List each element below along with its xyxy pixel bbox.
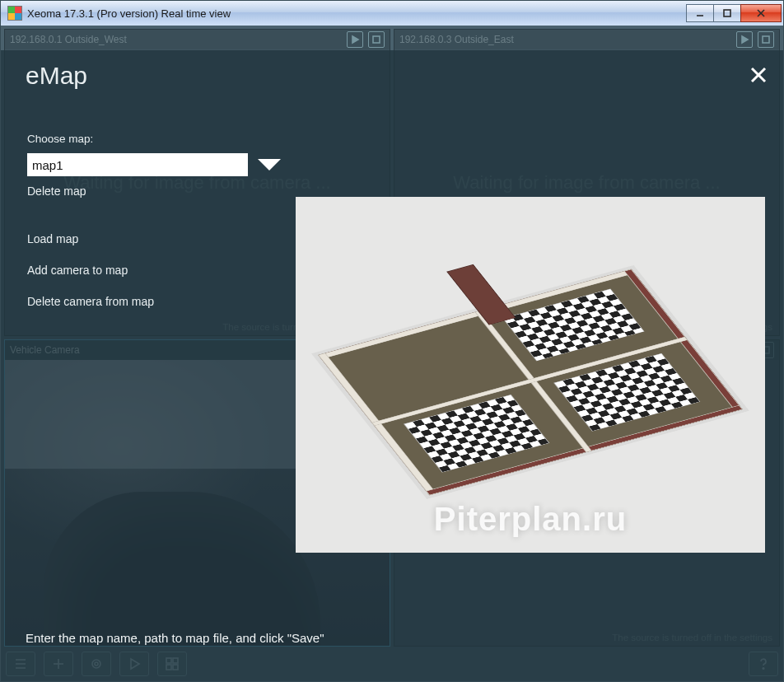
map-preview[interactable]: Piterplan.ru: [296, 197, 765, 553]
map-dropdown-arrow[interactable]: [258, 159, 281, 170]
window-buttons: [687, 4, 782, 22]
maximize-button[interactable]: [713, 4, 741, 22]
expand-icon[interactable]: [368, 31, 385, 48]
load-map-button[interactable]: Load map: [27, 232, 282, 245]
choose-map-label: Choose map:: [27, 133, 282, 145]
svg-rect-1: [724, 10, 730, 16]
play-icon[interactable]: [736, 31, 753, 48]
emap-controls: Choose map: Delete map Load map Add came…: [27, 133, 282, 308]
svg-rect-7: [763, 36, 769, 43]
camera-label: 192.168.0.3 Outside_East: [399, 34, 514, 45]
close-overlay-button[interactable]: [745, 62, 772, 88]
camera-label: 192.168.0.1 Outside_West: [10, 34, 127, 45]
window-title: Xeoma 17.3.1 (Pro version) Real time vie…: [27, 7, 231, 20]
play-icon[interactable]: [347, 31, 363, 48]
app-icon: [7, 6, 22, 21]
close-icon: [749, 65, 768, 85]
emap-title: eMap: [1, 50, 783, 90]
add-camera-to-map-button[interactable]: Add camera to map: [27, 264, 282, 277]
minimize-button[interactable]: [686, 4, 714, 22]
map-watermark: Piterplan.ru: [296, 501, 765, 538]
svg-marker-4: [352, 36, 358, 43]
delete-map-button[interactable]: Delete map: [27, 185, 282, 198]
expand-icon[interactable]: [758, 31, 774, 48]
emap-overlay: eMap Choose map: Delete map Load map Add…: [1, 50, 783, 681]
svg-rect-5: [373, 36, 380, 43]
map-name-input[interactable]: [27, 153, 248, 176]
close-button[interactable]: [740, 4, 782, 22]
titlebar[interactable]: Xeoma 17.3.1 (Pro version) Real time vie…: [1, 1, 783, 26]
svg-marker-6: [742, 36, 748, 43]
map-preview-scene: [318, 269, 743, 495]
app-window: Xeoma 17.3.1 (Pro version) Real time vie…: [0, 0, 784, 682]
client-area: 192.168.0.1 Outside_West Waiting for ima…: [1, 26, 783, 681]
delete-camera-from-map-button[interactable]: Delete camera from map: [27, 295, 282, 308]
emap-hint: Enter the map name, path to map file, an…: [26, 631, 324, 645]
